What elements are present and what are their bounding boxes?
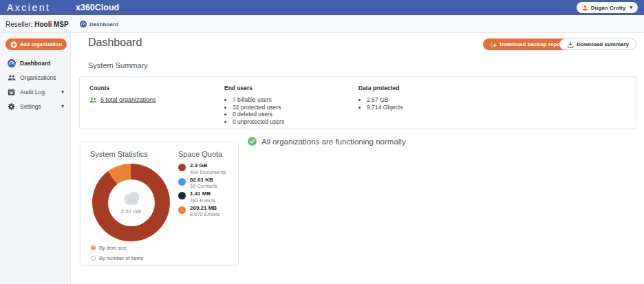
list-item: 0 unprotected users bbox=[233, 118, 284, 126]
product-name: x360Cloud bbox=[76, 3, 119, 12]
user-menu-button[interactable]: Dugan Crotty ▾ bbox=[577, 2, 638, 13]
page-title: Dashboard bbox=[88, 36, 142, 49]
system-statistics-card: System Statistics Space Quota 2.57 GB 2.… bbox=[80, 142, 239, 265]
sidebar: Add organization Dashboard Organizations… bbox=[0, 33, 71, 284]
legend-item-contacts: 82.01 KB 69 Contacts bbox=[178, 177, 226, 190]
reseller-prefix: Reseller: bbox=[6, 21, 32, 28]
add-organization-label: Add organization bbox=[20, 41, 62, 47]
space-quota-heading: Space Quota bbox=[178, 150, 222, 158]
add-icon bbox=[10, 41, 17, 48]
legend-count: 8,670 Emails bbox=[190, 211, 219, 217]
status-check-icon bbox=[248, 137, 257, 146]
chart-mode-options: By item size By number of items bbox=[91, 245, 144, 265]
legend-size: 2.3 GB bbox=[190, 162, 226, 169]
legend-item-emails: 269.21 MB 8,670 Emails bbox=[178, 205, 226, 218]
audit-log-icon bbox=[7, 87, 16, 96]
backup-report-icon bbox=[490, 41, 497, 48]
sidebar-item-label: Organizations bbox=[20, 74, 56, 81]
data-protected-list: 2.57 GB 9,714 Objects bbox=[358, 96, 402, 111]
list-item: 32 protected users bbox=[233, 104, 284, 111]
chevron-down-icon: ▾ bbox=[61, 103, 64, 109]
breadcrumb-label: Dashboard bbox=[89, 21, 118, 28]
sidebar-nav: Dashboard Organizations Audit Log ▾ Sett… bbox=[0, 56, 70, 113]
legend-item-events: 1.41 MB 481 Events bbox=[178, 190, 226, 204]
end-users-list: 7 billable users 32 protected users 0 de… bbox=[224, 96, 284, 125]
top-bar: Axcient x360Cloud Dugan Crotty ▾ bbox=[0, 0, 644, 15]
donut-center: 2.57 GB bbox=[108, 179, 155, 226]
legend-dot bbox=[178, 178, 186, 186]
sub-header: Reseller: Hooli MSP Dashboard bbox=[0, 15, 644, 33]
legend-count: 69 Contacts bbox=[190, 183, 217, 189]
radio-label: By number of items bbox=[99, 255, 144, 261]
reseller-label: Reseller: Hooli MSP bbox=[6, 21, 69, 28]
legend-dot bbox=[178, 192, 186, 199]
list-item: 2.57 GB bbox=[367, 96, 402, 104]
download-summary-button[interactable]: Download summary bbox=[559, 39, 636, 50]
end-users-column: End users 7 billable users 32 protected … bbox=[224, 85, 284, 125]
radio-button[interactable] bbox=[91, 256, 96, 261]
sidebar-item-label: Dashboard bbox=[20, 60, 50, 67]
sidebar-item-organizations[interactable]: Organizations bbox=[0, 70, 70, 85]
organizations-count-icon bbox=[89, 97, 97, 103]
chevron-down-icon: ▾ bbox=[630, 5, 632, 10]
legend-dot bbox=[178, 206, 186, 214]
sidebar-item-label: Audit Log bbox=[20, 89, 45, 96]
sidebar-item-audit-log[interactable]: Audit Log ▾ bbox=[0, 85, 70, 99]
list-item: 9,714 Objects bbox=[367, 104, 402, 111]
radio-button[interactable] bbox=[91, 245, 96, 250]
chevron-down-icon: ▾ bbox=[61, 89, 64, 95]
reseller-name: Hooli MSP bbox=[34, 21, 68, 28]
space-quota-legend: 2.3 GB 494 Documents 82.01 KB 69 Contact… bbox=[178, 162, 226, 219]
settings-icon bbox=[7, 102, 16, 111]
download-backup-report-button[interactable]: Download backup report bbox=[483, 39, 571, 50]
sidebar-item-dashboard[interactable]: Dashboard bbox=[0, 56, 70, 70]
system-statistics-heading: System Statistics bbox=[90, 150, 148, 158]
legend-size: 269.21 MB bbox=[190, 205, 219, 212]
radio-label: By item size bbox=[99, 245, 127, 251]
total-organizations-link[interactable]: 5 total organizations bbox=[100, 96, 156, 103]
status-message-row: All organizations are functioning normal… bbox=[248, 137, 406, 146]
download-backup-report-label: Download backup report bbox=[500, 41, 564, 47]
dashboard-icon bbox=[80, 21, 87, 28]
legend-dot bbox=[178, 164, 186, 171]
space-quota-donut[interactable]: 2.57 GB bbox=[92, 164, 170, 241]
user-icon bbox=[582, 5, 588, 11]
donut-center-label: 2.57 GB bbox=[121, 208, 141, 215]
legend-count: 494 Documents bbox=[190, 169, 226, 175]
dashboard-icon bbox=[7, 58, 16, 67]
system-summary-card: Counts 5 total organizations End users 7… bbox=[79, 76, 636, 129]
counts-heading: Counts bbox=[89, 85, 156, 91]
data-protected-heading: Data protected bbox=[358, 85, 402, 91]
radio-by-item-size[interactable]: By item size bbox=[91, 245, 144, 251]
user-name: Dugan Crotty bbox=[591, 5, 626, 11]
breadcrumb[interactable]: Dashboard bbox=[80, 21, 118, 28]
system-summary-heading: System Summary bbox=[88, 61, 148, 69]
list-item: 0 deleted users bbox=[233, 111, 284, 118]
legend-count: 481 Events bbox=[190, 197, 216, 204]
end-users-heading: End users bbox=[224, 85, 284, 91]
legend-size: 82.01 KB bbox=[190, 177, 217, 184]
organizations-icon bbox=[7, 73, 16, 82]
legend-item-documents: 2.3 GB 494 Documents bbox=[178, 162, 226, 175]
axcient-logo: Axcient bbox=[7, 2, 50, 13]
add-organization-button[interactable]: Add organization bbox=[6, 39, 67, 50]
cloud-icon bbox=[121, 190, 142, 205]
counts-column: Counts 5 total organizations bbox=[89, 85, 156, 103]
radio-by-number-of-items[interactable]: By number of items bbox=[91, 255, 144, 261]
sidebar-item-settings[interactable]: Settings ▾ bbox=[0, 99, 70, 113]
list-item: 7 billable users bbox=[233, 96, 284, 104]
sidebar-item-label: Settings bbox=[20, 103, 41, 110]
download-summary-label: Download summary bbox=[577, 41, 629, 47]
data-protected-column: Data protected 2.57 GB 9,714 Objects bbox=[358, 85, 402, 111]
legend-size: 1.41 MB bbox=[190, 190, 216, 197]
status-message: All organizations are functioning normal… bbox=[261, 138, 406, 146]
download-icon bbox=[567, 41, 574, 48]
